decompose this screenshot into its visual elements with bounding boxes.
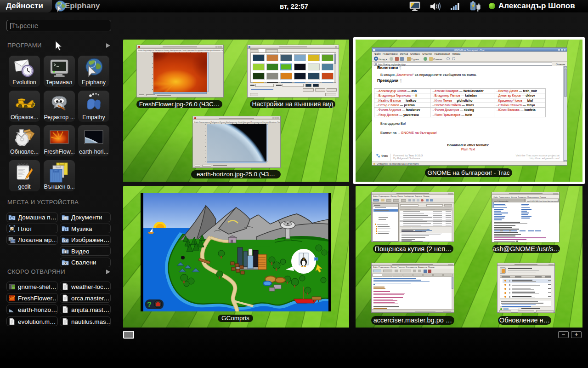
svg-text:?: ? [147, 301, 152, 309]
